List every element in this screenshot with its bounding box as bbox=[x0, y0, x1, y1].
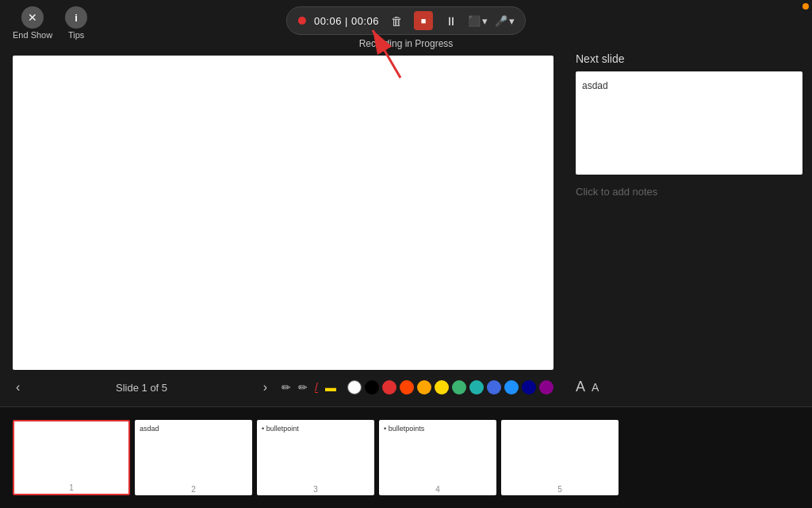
main-content: ‹ Slide 1 of 5 › ✏ ✏ / ▬ bbox=[0, 46, 812, 405]
filmstrip-slide-3[interactable]: • bulletpoint 3 bbox=[257, 420, 374, 495]
slide-3-content: • bulletpoint bbox=[262, 425, 299, 434]
next-slide-label: Next slide bbox=[576, 52, 802, 65]
filmstrip-slide-4[interactable]: • bulletpoints 4 bbox=[379, 420, 496, 495]
slide-counter: Slide 1 of 5 bbox=[33, 382, 250, 394]
highlight-tool-button[interactable]: ▬ bbox=[324, 379, 338, 395]
slide-3-number: 3 bbox=[313, 485, 318, 494]
color-black[interactable] bbox=[365, 380, 379, 394]
filmstrip-slide-1[interactable]: 1 bbox=[13, 420, 130, 495]
slide-4-number: 4 bbox=[435, 485, 440, 494]
color-white[interactable] bbox=[347, 380, 362, 394]
notes-area[interactable]: Click to add notes bbox=[576, 181, 802, 369]
end-show-label: End Show bbox=[13, 30, 52, 40]
slide-2-number: 2 bbox=[191, 485, 196, 494]
filmstrip-slide-2[interactable]: asdad 2 bbox=[135, 420, 252, 495]
notes-placeholder: Click to add notes bbox=[576, 186, 657, 198]
eraser-tool-button[interactable]: ✏ bbox=[297, 379, 309, 395]
right-panel: Next slide asdad Click to add notes A A bbox=[566, 46, 812, 405]
font-decrease-button[interactable]: A bbox=[592, 381, 599, 394]
current-slide-display bbox=[13, 56, 553, 370]
color-yellow[interactable] bbox=[435, 380, 449, 394]
next-slide-text: asdad bbox=[582, 80, 608, 91]
pen-tool-button[interactable]: ✏ bbox=[280, 379, 293, 395]
color-sky-blue[interactable] bbox=[487, 380, 501, 394]
annotation-tools: ✏ ✏ / ▬ bbox=[280, 379, 338, 395]
top-left-controls: ✕ End Show i Tips bbox=[13, 6, 87, 40]
next-slide-button[interactable]: › bbox=[260, 380, 270, 394]
next-slide-preview: asdad bbox=[576, 71, 802, 175]
color-blue[interactable] bbox=[504, 380, 519, 394]
color-orange[interactable] bbox=[417, 380, 431, 394]
tips-label: Tips bbox=[68, 30, 84, 40]
color-purple[interactable] bbox=[539, 380, 553, 394]
prev-slide-button[interactable]: ‹ bbox=[13, 380, 23, 394]
end-show-icon: ✕ bbox=[21, 6, 44, 29]
color-red[interactable] bbox=[382, 380, 396, 394]
slide-1-number: 1 bbox=[69, 483, 74, 492]
end-show-button[interactable]: ✕ End Show bbox=[13, 6, 52, 40]
color-swatches bbox=[347, 380, 553, 394]
top-bar: ✕ End Show i Tips bbox=[0, 0, 812, 46]
font-controls: A A bbox=[576, 375, 802, 398]
color-green[interactable] bbox=[452, 380, 466, 394]
slide-5-number: 5 bbox=[557, 485, 562, 494]
color-teal[interactable] bbox=[469, 380, 484, 394]
font-increase-button[interactable]: A bbox=[576, 379, 585, 395]
tips-icon: i bbox=[65, 6, 87, 29]
color-orange-red[interactable] bbox=[400, 380, 414, 394]
left-panel: ‹ Slide 1 of 5 › ✏ ✏ / ▬ bbox=[0, 46, 566, 405]
filmstrip-slide-5[interactable]: 5 bbox=[501, 420, 619, 495]
color-dark-blue[interactable] bbox=[522, 380, 536, 394]
slide-2-content: asdad bbox=[140, 425, 159, 434]
filmstrip: 1 asdad 2 • bulletpoint 3 • bulletpoints… bbox=[0, 406, 812, 508]
slide-4-content: • bulletpoints bbox=[384, 425, 424, 434]
tips-button[interactable]: i Tips bbox=[65, 6, 87, 40]
slide-nav-bar: ‹ Slide 1 of 5 › ✏ ✏ / ▬ bbox=[13, 376, 553, 398]
line-tool-button[interactable]: / bbox=[313, 379, 320, 395]
